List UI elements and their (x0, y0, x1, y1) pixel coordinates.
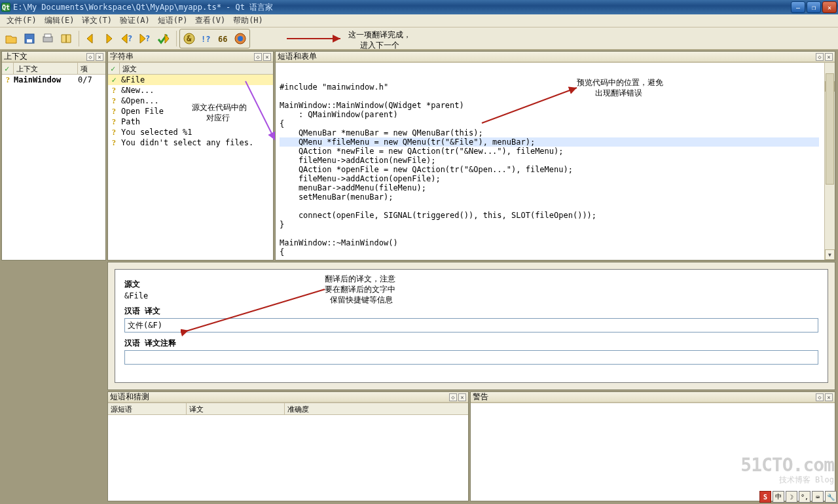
check-icon: ✓ (5, 64, 9, 73)
menu-edit[interactable]: 编辑(E) (41, 14, 79, 27)
string-text: Open File (120, 107, 273, 116)
undock-icon[interactable]: ◇ (86, 53, 94, 61)
string-row[interactable]: ?You didn't select any files. (108, 137, 273, 148)
phrases-col-trans[interactable]: 译文 (187, 403, 285, 414)
ime-icon[interactable]: S (759, 491, 771, 503)
context-col-name[interactable]: 上下文 (14, 63, 78, 74)
ime-punct-icon[interactable]: °, (799, 491, 811, 503)
undock-icon[interactable]: ◇ (449, 393, 457, 401)
string-row[interactable]: ?&Open... (108, 96, 273, 106)
question-icon: ? (6, 75, 10, 84)
undock-icon[interactable]: ◇ (254, 53, 262, 61)
string-text: &Open... (120, 96, 273, 105)
menu-bar: 文件(F) 编辑(E) 译文(T) 验证(A) 短语(P) 查看(V) 帮助(H… (0, 14, 838, 27)
source-line (280, 229, 819, 238)
ime-moon-icon[interactable]: ☽ (786, 491, 797, 503)
context-col-items[interactable]: 项 (78, 63, 105, 74)
menu-phrases[interactable]: 短语(P) (154, 14, 192, 27)
punctuation-check-icon[interactable]: !? (198, 30, 215, 47)
menu-trans[interactable]: 译文(T) (78, 14, 116, 27)
undock-icon[interactable]: ◇ (816, 393, 824, 401)
translation-form-panel: 源文 &File 汉语 译文 汉语 译文注释 翻译后的译文，注意 要在翻译后的文… (107, 262, 835, 390)
prev-arrow-icon[interactable] (82, 30, 99, 47)
phrases-panel: 短语和猜测 ◇ ✕ 源短语 译文 准确度 (107, 391, 469, 501)
source-line: { (280, 247, 819, 257)
vertical-scrollbar[interactable]: ▲ ▼ (824, 63, 835, 260)
phrases-col-accuracy[interactable]: 准确度 (285, 403, 468, 414)
close-button[interactable]: ✕ (822, 1, 837, 13)
maximize-button[interactable]: ❐ (807, 1, 821, 13)
comment-input[interactable] (124, 350, 818, 365)
close-panel-icon[interactable]: ✕ (96, 53, 103, 61)
minimize-button[interactable]: — (791, 1, 805, 13)
string-text: You didn't select any files. (120, 138, 273, 147)
source-text-label: 源文 (124, 279, 818, 290)
string-row[interactable]: ?&New... (108, 85, 273, 96)
string-row[interactable]: ✓&File (108, 75, 273, 85)
scroll-down-icon[interactable]: ▼ (825, 249, 835, 260)
question-icon: ? (112, 128, 116, 137)
phrase-check-icon[interactable]: 66 (215, 30, 232, 47)
close-panel-icon[interactable]: ✕ (825, 53, 833, 61)
book-icon[interactable] (58, 30, 75, 47)
menu-help[interactable]: 帮助(H) (229, 14, 267, 27)
string-text: &File (120, 75, 273, 84)
svg-text:&: & (187, 34, 192, 43)
placemarker-check-icon[interactable] (232, 30, 249, 47)
prev-unfinished-icon[interactable]: ? (118, 30, 136, 47)
close-panel-icon[interactable]: ✕ (263, 53, 271, 61)
source-line: MainWindow::~MainWindow() (280, 238, 819, 247)
toolbar: ? ? & !? 66 这一项翻译完成， 进入下一个 (0, 27, 838, 50)
check-icon: ✓ (111, 75, 116, 84)
strings-col-source[interactable]: 源文 (120, 63, 273, 74)
question-icon: ? (112, 117, 116, 126)
close-panel-icon[interactable]: ✕ (458, 393, 466, 401)
ime-lang-icon[interactable]: 中 (773, 491, 784, 503)
next-arrow-icon[interactable] (100, 30, 117, 47)
open-icon[interactable] (3, 30, 20, 47)
svg-text:!?: !? (201, 35, 210, 44)
source-line: #include "mainwindow.h" (280, 82, 819, 92)
question-icon: ? (112, 96, 116, 105)
string-row[interactable]: ?Open File (108, 106, 273, 117)
source-code-view[interactable]: #include "mainwindow.h"MainWindow::MainW… (280, 82, 831, 260)
string-text: Path (120, 117, 273, 126)
context-panel-title: 上下文 (4, 51, 85, 62)
save-icon[interactable] (21, 30, 38, 47)
svg-text:?: ? (128, 34, 132, 43)
phrases-col-source[interactable]: 源短语 (108, 403, 187, 414)
window-title: E:\My Documents\Workspace\Qt\MyApp\myapp… (13, 2, 790, 13)
svg-text:?: ? (145, 34, 150, 43)
svg-rect-3 (45, 34, 51, 37)
phrases-panel-title: 短语和猜测 (110, 391, 448, 403)
menu-view[interactable]: 查看(V) (191, 14, 229, 27)
source-line: QAction *openFile = new QAction(tr("&Ope… (280, 165, 819, 174)
print-icon[interactable] (39, 30, 56, 47)
done-next-icon[interactable] (155, 30, 172, 47)
string-row[interactable]: ?You selected %1 (108, 127, 273, 137)
translation-input[interactable] (124, 318, 818, 333)
source-line (280, 257, 819, 260)
string-row[interactable]: ?Path (108, 117, 273, 127)
svg-point-11 (238, 36, 243, 41)
source-line: QAction *newFile = new QAction(tr("&New.… (280, 147, 819, 156)
source-line: fileMenu->addAction(newFile); (280, 156, 819, 165)
accelerator-check-icon[interactable]: & (181, 30, 198, 47)
comment-label: 汉语 译文注释 (124, 338, 818, 349)
undock-icon[interactable]: ◇ (816, 53, 824, 61)
workspace: 上下文 ◇ ✕ ✓ 上下文 项 ? MainWindow 0/7 字符串 ◇ ✕ (0, 50, 838, 504)
close-panel-icon[interactable]: ✕ (825, 393, 833, 401)
next-unfinished-icon[interactable]: ? (137, 30, 154, 47)
source-text-value: &File (124, 291, 818, 300)
scroll-thumb[interactable] (826, 73, 834, 185)
source-line: menuBar->addMenu(fileMenu); (280, 183, 819, 192)
annotation-text: 这一项翻译完成， 进入下一个 (348, 29, 411, 50)
menu-verify[interactable]: 验证(A) (116, 14, 154, 27)
warnings-panel-title: 警告 (473, 391, 814, 403)
ime-keyboard-icon[interactable]: ⌨ (812, 491, 824, 503)
menu-file[interactable]: 文件(F) (3, 14, 41, 27)
context-row[interactable]: ? MainWindow 0/7 (2, 75, 105, 85)
validation-group: & !? 66 (179, 29, 250, 48)
source-line: QMenu *fileMenu = new QMenu(tr("&File"),… (280, 137, 819, 147)
ime-settings-icon[interactable]: 🔧 (825, 491, 837, 503)
